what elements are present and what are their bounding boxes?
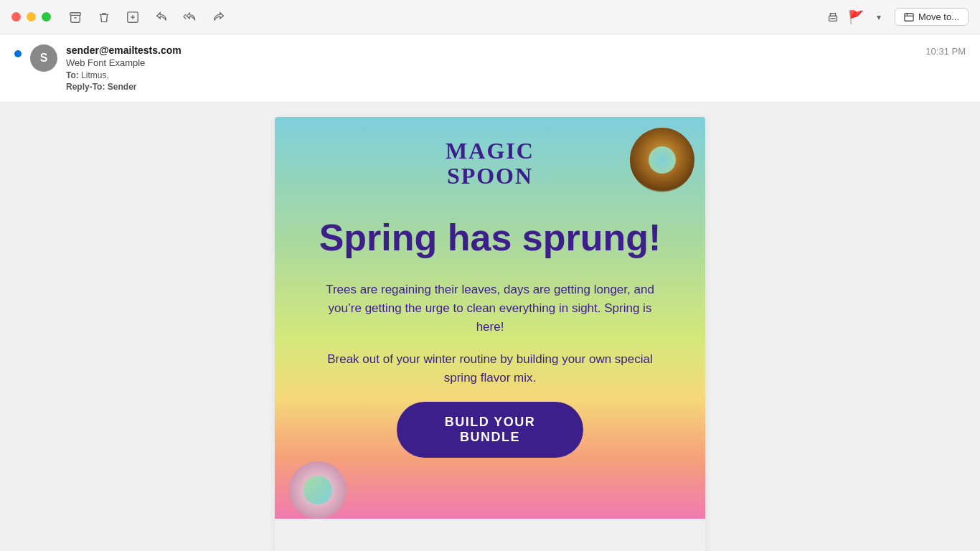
email-reply-to: Reply-To: Sender — [66, 82, 182, 92]
hero-body: Trees are regaining their leaves, days a… — [303, 281, 677, 388]
junk-button[interactable] — [126, 10, 140, 24]
svg-rect-3 — [905, 13, 913, 21]
print-button[interactable] — [826, 10, 840, 24]
donut-decoration — [289, 461, 347, 519]
move-to-button[interactable]: Move to... — [895, 8, 969, 26]
body-paragraph-1: Trees are regaining their leaves, days a… — [318, 281, 662, 337]
forward-button[interactable] — [212, 10, 226, 24]
reply-button[interactable] — [154, 10, 169, 24]
donut-shape — [289, 461, 347, 519]
unread-indicator — [14, 50, 22, 57]
close-button[interactable] — [11, 12, 21, 22]
hero-section: MAGIC SPOON Spring has sprung! Trees are… — [275, 117, 705, 519]
flag-button[interactable]: 🚩 — [849, 10, 863, 24]
toolbar-actions — [68, 10, 226, 24]
headline-text: Spring has sprung! — [303, 217, 677, 258]
maximize-button[interactable] — [42, 12, 51, 22]
body-paragraph-2: Break out of your winter routine by buil… — [318, 350, 662, 388]
titlebar: 🚩 ▾ Move to... — [0, 0, 980, 34]
sender-name: sender@emailtests.com — [66, 44, 182, 56]
svg-rect-0 — [70, 12, 80, 15]
email-content: MAGIC SPOON Spring has sprung! Trees are… — [275, 117, 705, 551]
hero-headline: Spring has sprung! — [303, 217, 677, 258]
email-body: MAGIC SPOON Spring has sprung! Trees are… — [0, 103, 980, 551]
email-metadata: sender@emailtests.com Web Font Example T… — [66, 44, 182, 92]
minimize-button[interactable] — [27, 12, 36, 22]
email-subject: Web Font Example — [66, 57, 182, 68]
email-header: S sender@emailtests.com Web Font Example… — [0, 34, 980, 103]
email-to: To: Litmus, — [66, 70, 182, 80]
email-header-left: S sender@emailtests.com Web Font Example… — [14, 44, 182, 92]
email-timestamp: 10:31 PM — [925, 46, 966, 57]
titlebar-right: 🚩 ▾ Move to... — [826, 8, 969, 26]
brand-logo: MAGIC SPOON — [303, 138, 677, 189]
cta-button[interactable]: BUILD YOUR BUNDLE — [397, 402, 583, 458]
archive-button[interactable] — [68, 10, 83, 24]
logo-text: MAGIC SPOON — [303, 138, 677, 189]
reply-all-button[interactable] — [183, 10, 197, 24]
sender-avatar: S — [30, 44, 57, 72]
traffic-lights — [11, 12, 51, 22]
flag-dropdown-button[interactable]: ▾ — [872, 10, 886, 24]
trash-button[interactable] — [97, 10, 111, 24]
